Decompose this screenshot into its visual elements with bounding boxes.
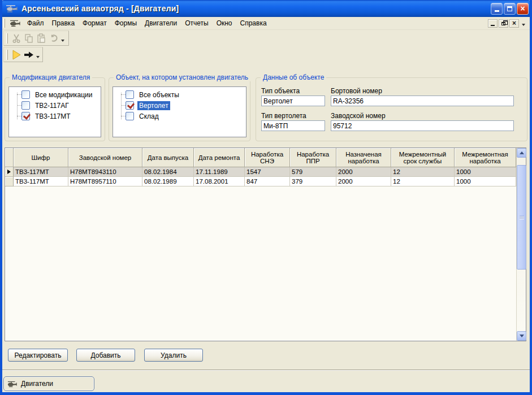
copy-icon[interactable] <box>23 32 35 45</box>
header-overhaul-time: Межремонтная наработка <box>455 148 516 167</box>
delete-button[interactable]: Удалить <box>144 349 203 362</box>
menu-bar: Файл Правка Формат Формы Двигатели Отчет… <box>2 17 530 30</box>
run-toolbar <box>3 47 43 62</box>
checkbox[interactable] <box>21 90 30 99</box>
header-overhaul-life: Межремонтный срок службы <box>391 148 455 167</box>
minimize-button[interactable] <box>491 3 503 15</box>
document-helicopter-icon[interactable] <box>10 19 21 27</box>
grid-header: Шифр Заводской номер Дата выпуска Дата р… <box>5 148 516 167</box>
checkbox[interactable] <box>126 101 134 110</box>
vertical-scrollbar[interactable] <box>516 148 526 341</box>
group-title: Модификация двигателя <box>10 73 92 81</box>
close-button[interactable]: × <box>517 3 529 15</box>
mdi-close-button[interactable]: × <box>509 19 519 28</box>
toolbar-more-arrow-icon[interactable] <box>36 56 40 58</box>
object-type-field[interactable] <box>261 96 325 106</box>
scroll-up-button[interactable] <box>517 148 526 158</box>
board-number-field[interactable] <box>331 96 514 106</box>
checkbox[interactable] <box>21 112 30 120</box>
run-icon[interactable] <box>10 49 23 61</box>
factory-number-field[interactable] <box>331 120 514 131</box>
paste-icon[interactable] <box>35 32 47 45</box>
object-type-label: Тип объекта <box>261 87 300 95</box>
checkbox[interactable] <box>21 101 30 110</box>
checklist-item-helicopter[interactable]: Вертолет <box>113 100 246 111</box>
header-serial: Заводской номер <box>68 148 142 167</box>
app-window: Арсеньевский авиаотряд - [Двигатели] × Ф… <box>0 0 532 395</box>
modification-checklist: Все модификации ТВ2-117АГ ТВ3-117МТ <box>8 86 101 137</box>
checklist-item-all-modifications[interactable]: Все модификации <box>9 89 101 100</box>
row-selector <box>5 167 14 177</box>
group-title: Данные об объекте <box>261 73 326 81</box>
scrollbar-thumb[interactable] <box>517 165 526 270</box>
checkbox[interactable] <box>126 112 134 120</box>
checklist-item-tv2-117ag[interactable]: ТВ2-117АГ <box>9 100 101 111</box>
grid-row[interactable]: ТВ3-117МТ Н78МТ8943110 08.02.1984 17.11.… <box>5 167 516 177</box>
chevron-down-icon <box>520 335 524 337</box>
edit-button[interactable]: Редактировать <box>8 349 68 362</box>
menu-file[interactable]: Файл <box>23 18 48 29</box>
factory-number-label: Заводской номер <box>331 112 386 120</box>
checklist-item-warehouse[interactable]: Склад <box>113 111 246 121</box>
board-number-label: Бортовой номер <box>331 87 382 95</box>
menu-options-arrow-icon[interactable] <box>522 24 525 26</box>
add-button[interactable]: Добавить <box>76 349 135 362</box>
taskbar-button-label: Двигатели <box>21 380 53 388</box>
edit-toolbar <box>3 31 69 46</box>
toolbar-more-arrow-icon[interactable] <box>61 40 64 42</box>
current-row-arrow-icon <box>7 170 11 174</box>
toolbar-grip[interactable] <box>6 50 8 60</box>
group-installed-object: Объект, на котором установлен двигатель … <box>109 77 250 141</box>
header-time-sne: Наработка СНЭ <box>245 148 290 167</box>
window-title: Арсеньевский авиаотряд - [Двигатели] <box>21 4 179 13</box>
mdi-taskbar: Двигатели <box>2 371 530 392</box>
taskbar-button-engines[interactable]: Двигатели <box>3 376 94 391</box>
mdi-restore-button[interactable] <box>499 19 508 28</box>
menu-format[interactable]: Формат <box>79 18 111 29</box>
header-time-ppr: Наработка ППР <box>290 148 336 167</box>
chevron-up-icon <box>520 151 524 154</box>
menu-edit[interactable]: Правка <box>48 18 79 29</box>
next-record-icon[interactable] <box>23 49 35 61</box>
helicopter-type-label: Тип вертолета <box>261 112 306 120</box>
header-cipher: Шифр <box>14 148 68 167</box>
menu-window[interactable]: Окно <box>213 18 236 29</box>
menu-help[interactable]: Справка <box>236 18 271 29</box>
menu-engines[interactable]: Двигатели <box>141 18 181 29</box>
menu-reports[interactable]: Отчеты <box>181 18 212 29</box>
checklist-item-tv3-117mt[interactable]: ТВ3-117МТ <box>9 111 101 121</box>
object-checklist: Все объекты Вертолет Склад <box>113 86 246 137</box>
helicopter-type-field[interactable] <box>261 120 325 131</box>
header-repair-date: Дата ремонта <box>194 148 245 167</box>
menu-forms[interactable]: Формы <box>111 18 141 29</box>
title-bar[interactable]: Арсеньевский авиаотряд - [Двигатели] × <box>0 0 532 17</box>
header-assigned-time: Назначеная наработка <box>336 148 391 167</box>
group-engine-modification: Модификация двигателя Все модификации ТВ… <box>5 77 105 141</box>
group-title: Объект, на котором установлен двигатель <box>114 73 250 81</box>
mdi-minimize-button[interactable] <box>488 19 498 28</box>
menu-grip[interactable] <box>3 19 5 28</box>
header-release-date: Дата выпуска <box>142 148 194 167</box>
engines-grid: Шифр Заводской номер Дата выпуска Дата р… <box>5 147 526 341</box>
cut-icon[interactable] <box>10 32 23 45</box>
grid-row[interactable]: ТВ3-117МТ Н78МТ8957110 08.02.1989 17.08.… <box>5 177 516 186</box>
toolbar-grip[interactable] <box>6 33 8 44</box>
checkbox[interactable] <box>126 90 134 99</box>
header-selector <box>5 148 14 167</box>
app-helicopter-icon <box>6 4 18 13</box>
taskbar-helicopter-icon <box>7 380 18 388</box>
group-object-data: Данные об объекте Тип объекта Бортовой н… <box>256 77 527 141</box>
row-selector <box>5 177 14 186</box>
undo-icon[interactable] <box>47 32 60 45</box>
maximize-button[interactable] <box>504 3 516 15</box>
scroll-down-button[interactable] <box>517 331 526 341</box>
checklist-item-all-objects[interactable]: Все объекты <box>113 89 246 100</box>
